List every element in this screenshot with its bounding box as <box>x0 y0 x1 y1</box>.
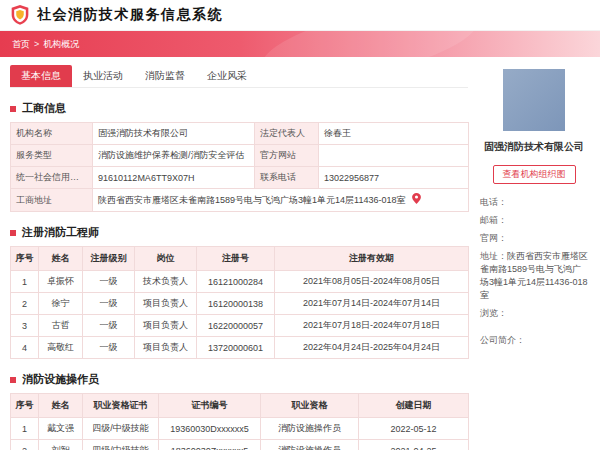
field-value: 91610112MA6TT9X07H <box>93 167 255 189</box>
table-row: 统一社会信用代码 91610112MA6TT9X07H 联系电话 1302295… <box>11 167 469 189</box>
table-cell: 技术负责人 <box>135 271 197 293</box>
column-header: 序号 <box>11 394 39 418</box>
company-intro-field: 公司简介： <box>480 334 588 347</box>
table-cell: 徐宁 <box>39 293 83 315</box>
field-label: 联系电话 <box>255 167 319 189</box>
breadcrumb-banner: 首页>机构概况 <box>0 31 600 57</box>
section-title: 注册消防工程师 <box>22 225 99 240</box>
table-cell: 消防设施操作员 <box>261 440 359 450</box>
field-label: 统一社会信用代码 <box>11 167 93 189</box>
table-header-row: 序号 姓名 注册级别 岗位 注册号 注册有效期 <box>11 247 469 271</box>
table-row: 服务类型 消防设施维护保养检测/消防安全评估 官方网站 <box>11 145 469 167</box>
column-header: 职业资格证书 <box>83 394 159 418</box>
column-header: 岗位 <box>135 247 197 271</box>
tab-basic-info[interactable]: 基本信息 <box>10 65 72 87</box>
section-bullet-icon <box>10 230 16 236</box>
table-cell: 18360030Zxxxxxx5 <box>159 440 261 450</box>
table-cell: 2022年04月24日-2025年04月24日 <box>275 337 469 359</box>
table-row: 4高敬红一级项目负责人137200006012022年04月24日-2025年0… <box>11 337 469 359</box>
column-header: 序号 <box>11 247 39 271</box>
operators-table: 序号 姓名 职业资格证书 证书编号 职业资格 创建日期 1戴文强四级/中级技能1… <box>10 393 469 450</box>
table-cell: 刘智 <box>39 440 83 450</box>
field-value: 消防设施维护保养检测/消防安全评估 <box>93 145 255 167</box>
field-label: 机构名称 <box>11 123 93 145</box>
phone-field: 电话： <box>480 196 588 209</box>
section-title: 工商信息 <box>22 101 66 116</box>
app-title: 社会消防技术服务信息系统 <box>37 6 223 24</box>
page-content: 基本信息 执业活动 消防监督 企业风采 工商信息 机构名称 固强消防技术有限公司… <box>0 57 600 450</box>
table-header-row: 序号 姓名 职业资格证书 证书编号 职业资格 创建日期 <box>11 394 469 418</box>
table-cell: 一级 <box>83 337 135 359</box>
main-column: 基本信息 执业活动 消防监督 企业风采 工商信息 机构名称 固强消防技术有限公司… <box>10 63 468 450</box>
table-cell: 四级/中级技能 <box>83 440 159 450</box>
column-header: 创建日期 <box>359 394 469 418</box>
company-name: 固强消防技术有限公司 <box>480 140 588 154</box>
engineers-table: 序号 姓名 注册级别 岗位 注册号 注册有效期 1卓振怀一级技术负责人16121… <box>10 246 469 359</box>
section-bullet-icon <box>10 377 16 383</box>
table-cell: 16121000284 <box>197 271 275 293</box>
table-cell: 项目负责人 <box>135 293 197 315</box>
column-header: 姓名 <box>39 394 83 418</box>
company-logo <box>503 69 565 131</box>
table-row: 1戴文强四级/中级技能19360030Dxxxxxx5消防设施操作员2022-0… <box>11 418 469 440</box>
breadcrumb-current: 机构概况 <box>43 39 79 49</box>
view-org-chart-button[interactable]: 查看机构组织图 <box>493 165 576 184</box>
field-label: 工商地址 <box>11 189 93 212</box>
column-header: 注册级别 <box>83 247 135 271</box>
tab-fire-supervision[interactable]: 消防监督 <box>134 65 196 87</box>
table-cell: 一级 <box>83 271 135 293</box>
app-logo-shield-icon <box>10 4 30 26</box>
company-address-cell: 陕西省西安市雁塔区未雀南路1589号电与飞鸿广场3幢1单元14层11436-01… <box>93 189 469 212</box>
website-field: 官网： <box>480 232 588 245</box>
tab-practice-activities[interactable]: 执业活动 <box>72 65 134 87</box>
table-cell: 3 <box>11 315 39 337</box>
table-cell: 4 <box>11 337 39 359</box>
table-cell: 2021-04-25 <box>359 440 469 450</box>
table-cell: 19360030Dxxxxxx5 <box>159 418 261 440</box>
field-value <box>319 145 469 167</box>
breadcrumb: 首页>机构概况 <box>12 38 79 51</box>
table-cell: 一级 <box>83 315 135 337</box>
table-cell: 高敬红 <box>39 337 83 359</box>
field-label: 服务类型 <box>11 145 93 167</box>
location-pin-icon[interactable] <box>412 193 421 204</box>
company-address: 陕西省西安市雁塔区未雀南路1589号电与飞鸿广场3幢1单元14层11436-01… <box>98 195 405 205</box>
business-info-section-header: 工商信息 <box>10 101 468 116</box>
breadcrumb-home-link[interactable]: 首页 <box>12 39 30 49</box>
email-field: 邮箱： <box>480 214 588 227</box>
views-field: 浏览： <box>480 307 588 320</box>
operators-section-header: 消防设施操作员 <box>10 372 468 387</box>
table-row: 2徐宁一级项目负责人161200001382021年07月14日-2024年07… <box>11 293 469 315</box>
section-bullet-icon <box>10 106 16 112</box>
table-cell: 1 <box>11 418 39 440</box>
table-cell: 2 <box>11 293 39 315</box>
tab-company-showcase[interactable]: 企业风采 <box>196 65 258 87</box>
table-cell: 四级/中级技能 <box>83 418 159 440</box>
table-cell: 卓振怀 <box>39 271 83 293</box>
field-label: 官方网站 <box>255 145 319 167</box>
address-field: 地址：陕西省西安市雁塔区雀南路1589号电与飞鸿广场3幢1单元14层11436-… <box>480 250 588 302</box>
table-row: 3古哲一级项目负责人162200000572021年07月18日-2024年07… <box>11 315 469 337</box>
table-row: 2刘智四级/中级技能18360030Zxxxxxx5消防设施操作员2021-04… <box>11 440 469 450</box>
company-contact-fields: 电话： 邮箱： 官网： 地址：陕西省西安市雁塔区雀南路1589号电与飞鸿广场3幢… <box>480 196 588 347</box>
table-cell: 2021年08月05日-2024年08月05日 <box>275 271 469 293</box>
table-row: 工商地址 陕西省西安市雁塔区未雀南路1589号电与飞鸿广场3幢1单元14层114… <box>11 189 469 212</box>
column-header: 注册有效期 <box>275 247 469 271</box>
company-sidebar: 固强消防技术有限公司 查看机构组织图 电话： 邮箱： 官网： 地址：陕西省西安市… <box>480 63 588 450</box>
engineers-section-header: 注册消防工程师 <box>10 225 468 240</box>
table-cell: 项目负责人 <box>135 337 197 359</box>
table-cell: 2021年07月18日-2024年07月18日 <box>275 315 469 337</box>
field-value: 固强消防技术有限公司 <box>93 123 255 145</box>
table-cell: 一级 <box>83 293 135 315</box>
table-cell: 13720000601 <box>197 337 275 359</box>
table-row: 1卓振怀一级技术负责人161210002842021年08月05日-2024年0… <box>11 271 469 293</box>
table-cell: 2022-05-12 <box>359 418 469 440</box>
field-label: 法定代表人 <box>255 123 319 145</box>
breadcrumb-separator: > <box>34 39 39 49</box>
table-cell: 项目负责人 <box>135 315 197 337</box>
field-value: 徐春王 <box>319 123 469 145</box>
column-header: 证书编号 <box>159 394 261 418</box>
section-title: 消防设施操作员 <box>22 372 99 387</box>
table-cell: 16220000057 <box>197 315 275 337</box>
business-info-table: 机构名称 固强消防技术有限公司 法定代表人 徐春王 服务类型 消防设施维护保养检… <box>10 122 469 212</box>
